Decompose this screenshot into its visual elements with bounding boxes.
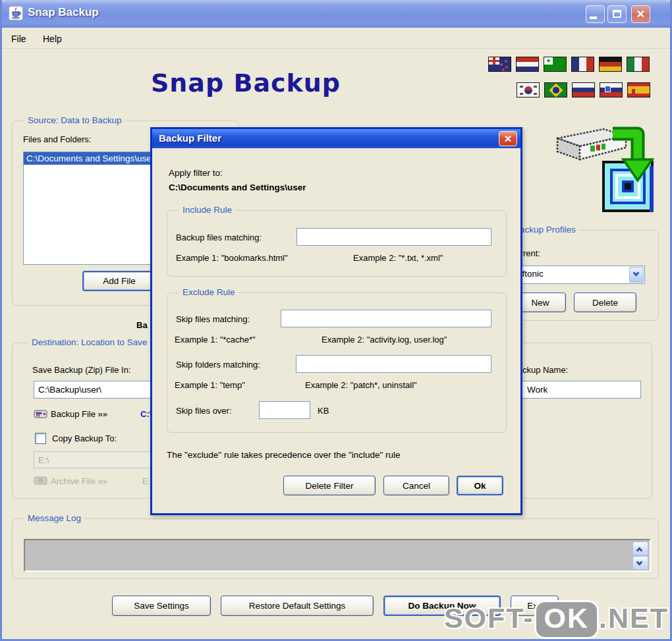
watermark-part3: .NET: [599, 602, 669, 634]
skip-files-input[interactable]: [281, 310, 491, 327]
dialog-title: Backup Filter: [159, 132, 221, 144]
backup-file-label: Backup File »»: [51, 409, 107, 419]
files-folders-label: Files and Folders:: [23, 134, 91, 144]
message-log-group: Message Log: [12, 518, 659, 579]
menu-bar: File Help: [2, 28, 670, 49]
close-icon: ✕: [636, 9, 645, 20]
include-matching-input[interactable]: [296, 228, 491, 246]
include-example1: Example 1: "bookmarks.html": [176, 253, 288, 263]
exclude-rule-title: Exclude Rule: [179, 287, 238, 297]
apply-filter-path: C:\Documents and Settings\user: [169, 182, 306, 192]
scroll-down-button[interactable]: [632, 556, 648, 570]
backup-filter-dialog: Backup Filter ✕ Apply filter to: C:\Docu…: [150, 127, 522, 515]
chevron-up-icon: [636, 547, 643, 554]
include-rule-group: Include Rule Backup files matching: Exam…: [167, 210, 507, 277]
chevron-down-icon: [636, 559, 643, 566]
skip-folders-label: Skip folders matching:: [176, 360, 260, 370]
flag-germany-icon[interactable]: [599, 57, 622, 72]
flag-france-icon[interactable]: [571, 57, 594, 72]
message-log-area[interactable]: [24, 539, 651, 572]
maximize-icon: [613, 10, 621, 18]
skip-size-unit: KB: [318, 406, 329, 416]
ok-button[interactable]: Ok: [457, 476, 503, 495]
backup-filter-label-fragment: Ba: [136, 320, 148, 330]
add-file-button[interactable]: Add File: [82, 271, 156, 291]
flag-row-2: [517, 82, 650, 98]
chevron-down-icon: [633, 270, 640, 277]
close-icon: ✕: [504, 133, 513, 144]
archive-file-icon: [34, 474, 47, 486]
delete-filter-button[interactable]: Delete Filter: [283, 476, 376, 495]
exclude-rule-group: Exclude Rule Skip files matching: Exampl…: [167, 293, 507, 433]
skip-files-label: Skip files matching:: [176, 314, 250, 324]
include-rule-title: Include Rule: [179, 205, 235, 215]
watermark-part1: SOFT-: [444, 602, 534, 634]
backup-logo-icon: [552, 117, 667, 216]
skip-folders-input[interactable]: [296, 355, 491, 373]
copy-backup-label: Copy Backup To:: [52, 433, 117, 443]
minimize-icon: [590, 16, 597, 19]
skip-size-label: Skip files over:: [176, 406, 232, 416]
minimize-button[interactable]: [586, 5, 605, 23]
flag-slovenia-icon[interactable]: [600, 82, 623, 98]
skip-size-input[interactable]: [259, 401, 310, 419]
archive-file-label: Archive File »»: [51, 476, 107, 486]
copy-backup-checkbox[interactable]: [35, 433, 46, 444]
menu-file[interactable]: File: [7, 32, 30, 45]
flag-spain-icon[interactable]: [627, 82, 650, 98]
close-button[interactable]: ✕: [631, 5, 650, 23]
exclude-files-example2: Example 2: "activity.log, user.log": [322, 335, 447, 345]
flag-brazil-icon[interactable]: [544, 82, 567, 98]
message-log-title: Message Log: [24, 513, 84, 523]
flag-new-zealand-icon[interactable]: [488, 57, 511, 72]
dropdown-button[interactable]: [629, 267, 644, 283]
app-window: Snap Backup ✕ File Help Snap Backup Sour…: [0, 0, 672, 641]
window-titlebar: Snap Backup ✕: [0, 0, 672, 28]
source-group-title: Source: Data to Backup: [24, 115, 125, 125]
delete-profile-button[interactable]: Delete: [574, 293, 636, 312]
exclude-folders-example1: Example 1: "temp": [175, 380, 245, 390]
backup-name-input[interactable]: [508, 381, 641, 399]
include-matching-label: Backup files matching:: [176, 233, 262, 242]
exclude-files-example1: Example 1: "*cache*": [175, 335, 256, 345]
profile-dropdown[interactable]: Softonic: [504, 265, 645, 284]
precedence-note: The "exclude" rule takes precedence over…: [167, 450, 401, 460]
menu-help[interactable]: Help: [39, 32, 66, 45]
cancel-button[interactable]: Cancel: [383, 476, 449, 495]
java-cup-icon: [9, 6, 23, 20]
apply-filter-label: Apply filter to:: [169, 168, 223, 178]
flag-esperanto-icon[interactable]: [544, 57, 567, 72]
flag-russia-icon[interactable]: [572, 82, 595, 98]
dialog-titlebar: Backup Filter ✕: [152, 129, 520, 148]
dialog-close-button[interactable]: ✕: [499, 131, 517, 146]
flag-row-1: [488, 57, 650, 72]
flag-italy-icon[interactable]: [627, 57, 650, 72]
window-title: Snap Backup: [28, 6, 99, 19]
backup-file-icon: H: [34, 408, 47, 420]
watermark-ok-badge: OK: [534, 600, 600, 639]
watermark: SOFT-OK.NET: [444, 600, 669, 639]
save-backup-label: Save Backup (Zip) File In:: [32, 365, 131, 375]
svg-text:H: H: [36, 412, 40, 418]
restore-defaults-button[interactable]: Restore Default Settings: [221, 596, 374, 616]
include-example2: Example 2: "*.txt, *.xml": [353, 253, 443, 263]
save-settings-button[interactable]: Save Settings: [112, 596, 211, 616]
maximize-button[interactable]: [607, 5, 627, 23]
page-title: Snap Backup: [140, 69, 351, 98]
flag-south-korea-icon[interactable]: [517, 82, 540, 98]
scroll-up-button[interactable]: [632, 542, 648, 555]
exclude-folders-example2: Example 2: "patch*, uninstall": [305, 380, 417, 390]
log-scrollbar: [632, 542, 648, 571]
flag-netherlands-icon[interactable]: [516, 57, 539, 72]
